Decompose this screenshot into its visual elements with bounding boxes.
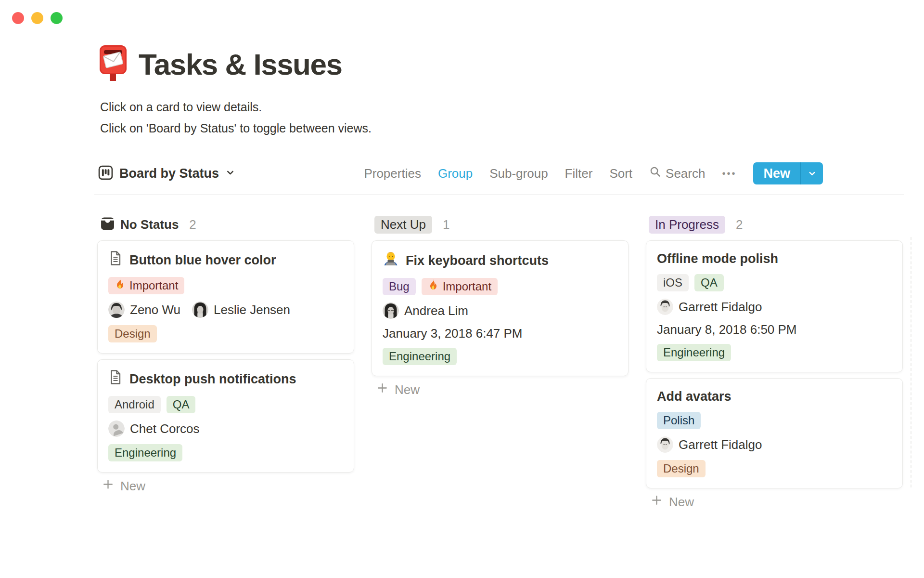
- person-andrea-lim: Andrea Lim: [383, 302, 468, 319]
- card-title: Button blue hover color: [129, 252, 276, 268]
- view-toolbar: Board by Status Properties Group Sub-gro…: [98, 161, 823, 186]
- tag-design: Design: [657, 460, 706, 477]
- tag-bug: Bug: [383, 278, 416, 295]
- person-chet-corcos: Chet Corcos: [108, 420, 200, 437]
- filter-menu-item[interactable]: Filter: [565, 166, 593, 181]
- column-count: 2: [736, 217, 743, 232]
- card-title: Add avatars: [657, 388, 732, 405]
- tag-label: Important: [129, 278, 178, 293]
- column-status-badge[interactable]: In Progress: [649, 216, 725, 234]
- toolbar-menu: Properties Group Sub-group Filter Sort S…: [364, 162, 823, 184]
- tag-ios: iOS: [657, 274, 689, 291]
- add-card-label: New: [120, 479, 145, 494]
- avatar-placeholder: [108, 420, 125, 437]
- chevron-down-icon: [225, 168, 235, 180]
- toolbar-divider: [94, 195, 904, 195]
- avatar: [383, 302, 399, 319]
- page-header: Tasks & Issues: [98, 44, 342, 84]
- add-card-label: New: [669, 495, 694, 510]
- tag-qa: QA: [694, 274, 724, 291]
- postbox-emoji-icon: [98, 44, 128, 84]
- tag-engineering: Engineering: [657, 344, 731, 361]
- kanban-board: No Status 2 Button blue hover color: [97, 212, 903, 510]
- person-leslie-jensen: Leslie Jensen: [192, 302, 290, 318]
- tag-design: Design: [108, 325, 157, 342]
- person-garrett-fidalgo: Garrett Fidalgo: [657, 299, 762, 315]
- subtitle-line-2: Click on 'Board by Status' to toggle bet…: [100, 118, 372, 139]
- column-header[interactable]: Next Up 1: [372, 215, 629, 234]
- add-card-label: New: [395, 382, 420, 397]
- hidden-column-edge: [911, 237, 911, 487]
- subtitle-line-1: Click on a card to view details.: [100, 96, 372, 118]
- search-button[interactable]: Search: [649, 166, 705, 181]
- person-name: Zeno Wu: [130, 302, 180, 317]
- person-name: Chet Corcos: [130, 421, 200, 436]
- avatar: [657, 436, 673, 453]
- sort-menu-item[interactable]: Sort: [609, 166, 632, 181]
- card-desktop-push-notifications[interactable]: Desktop push notifications Android QA: [97, 359, 354, 473]
- person-name: Andrea Lim: [404, 303, 468, 318]
- tag-label: Design: [663, 461, 699, 476]
- add-card-button[interactable]: New: [97, 478, 354, 494]
- properties-menu-item[interactable]: Properties: [364, 166, 421, 181]
- tag-qa: QA: [167, 396, 196, 413]
- new-button[interactable]: New: [753, 162, 823, 184]
- fire-icon: [428, 279, 438, 294]
- view-switcher-label: Board by Status: [119, 166, 219, 181]
- tag-label: QA: [173, 397, 190, 412]
- tag-label: Engineering: [115, 445, 176, 460]
- close-window-button[interactable]: [12, 12, 24, 24]
- board-view-icon: [98, 165, 113, 182]
- window-controls: [12, 12, 63, 24]
- person-name: Garrett Fidalgo: [679, 437, 762, 452]
- card-date: January 8, 2018 6:50 PM: [657, 322, 891, 337]
- search-label: Search: [666, 166, 705, 181]
- plus-icon: [651, 494, 663, 510]
- card-fix-keyboard-shortcuts[interactable]: Fix keyboard shortcuts Bug Important: [372, 240, 629, 376]
- tag-important: Important: [108, 277, 184, 294]
- tag-important: Important: [422, 278, 498, 295]
- avatar: [108, 302, 125, 318]
- person-garrett-fidalgo: Garrett Fidalgo: [657, 436, 762, 453]
- tag-label: Bug: [389, 279, 410, 294]
- column-count: 2: [189, 217, 196, 232]
- column-header[interactable]: No Status 2: [97, 215, 354, 234]
- card-title: Fix keyboard shortcuts: [406, 252, 549, 269]
- tag-polish: Polish: [657, 412, 701, 429]
- tag-label: Important: [443, 279, 491, 294]
- new-button-dropdown[interactable]: [801, 162, 823, 184]
- card-title: Offline mode polish: [657, 250, 778, 267]
- person-zeno-wu: Zeno Wu: [108, 302, 180, 318]
- view-switcher[interactable]: Board by Status: [98, 165, 235, 182]
- subgroup-menu-item[interactable]: Sub-group: [489, 166, 548, 181]
- group-menu-item[interactable]: Group: [438, 166, 473, 181]
- tag-label: QA: [701, 275, 718, 290]
- tag-android: Android: [108, 396, 161, 413]
- card-offline-mode-polish[interactable]: Offline mode polish iOS QA: [646, 240, 903, 372]
- column-next-up: Next Up 1 Fix keyboard shortcuts: [372, 212, 629, 510]
- card-add-avatars[interactable]: Add avatars Polish: [646, 378, 903, 488]
- tag-label: Android: [115, 397, 154, 412]
- tag-engineering: Engineering: [108, 444, 182, 461]
- plus-icon: [102, 478, 114, 494]
- page-icon: [108, 250, 123, 270]
- add-card-button[interactable]: New: [372, 382, 629, 397]
- column-status-badge[interactable]: Next Up: [374, 216, 432, 234]
- card-title: Desktop push notifications: [129, 371, 296, 387]
- column-header[interactable]: In Progress 2: [646, 215, 903, 234]
- column-in-progress: In Progress 2 Offline mode polish iOS QA: [646, 212, 903, 510]
- tag-label: Design: [115, 326, 151, 342]
- technologist-emoji-icon: [383, 250, 399, 271]
- new-button-label: New: [753, 162, 800, 184]
- page-description: Click on a card to view details. Click o…: [100, 96, 372, 139]
- zoom-window-button[interactable]: [51, 12, 63, 24]
- tag-label: Engineering: [389, 349, 450, 364]
- more-options-button[interactable]: •••: [722, 168, 736, 179]
- card-button-blue-hover-color[interactable]: Button blue hover color Important: [97, 240, 354, 354]
- tag-label: Polish: [663, 413, 694, 428]
- tag-engineering: Engineering: [383, 348, 457, 365]
- minimize-window-button[interactable]: [31, 12, 43, 24]
- avatar: [192, 302, 208, 318]
- add-card-button[interactable]: New: [646, 494, 903, 510]
- page-icon: [108, 369, 123, 389]
